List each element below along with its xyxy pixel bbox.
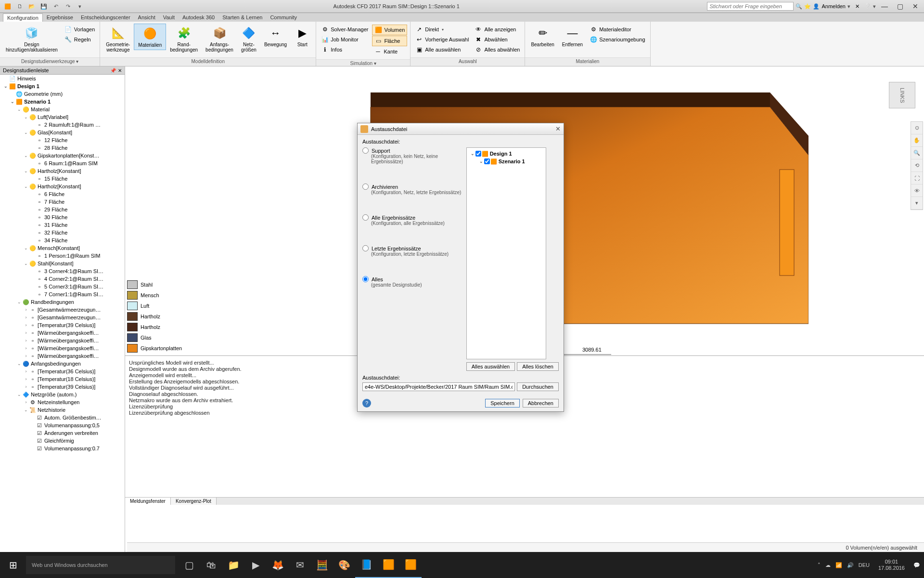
clock[interactable]: 09:01 17.08.2016 — [874, 559, 909, 571]
menu-ergebnisse[interactable]: Ergebnisse — [43, 13, 77, 21]
tree-item[interactable]: ▫7 Fläche — [0, 198, 125, 206]
ribbon-anfangs-bedingungen[interactable]: 📦Anfangs-bedingungen — [202, 24, 237, 54]
radio-archivieren[interactable]: Archivieren — [362, 184, 462, 190]
ribbon-vorherige-auswahl[interactable]: ↩Vorherige Auswahl — [413, 35, 471, 44]
save-button[interactable]: Speichern — [485, 399, 520, 407]
tree-item[interactable]: ›▫[Temperatur(18 Celsius)] — [0, 375, 125, 383]
tree-item[interactable]: ▫7 Corner1:1@Raum SI… — [0, 290, 125, 298]
tree-item[interactable]: ▫30 Fläche — [0, 213, 125, 221]
app1-icon[interactable]: 🎨 — [333, 552, 355, 578]
tree-item[interactable]: ⌄🟡Luft[Variabel] — [0, 113, 125, 121]
radio-alles[interactable]: Alles — [362, 276, 462, 282]
tree-item[interactable]: ☑Gleichförmig — [0, 437, 125, 445]
tree-item[interactable]: ⌄🟡Glas[Konstant] — [0, 129, 125, 136]
tree-item[interactable]: ›▫[Temperatur(36 Celsius)] — [0, 368, 125, 375]
tree-item[interactable]: 📄Hinweis — [0, 75, 125, 82]
view-cube[interactable]: LINKS — [889, 82, 915, 108]
select-all-button[interactable]: Alles auswählen — [466, 362, 515, 371]
radio-alle ergebnissätze[interactable]: Alle Ergebnissätze — [362, 214, 462, 221]
tree-item[interactable]: ☑Volumenanpassung:0.7 — [0, 445, 125, 452]
tree-item[interactable]: ⌄🟡Gipskartonplatten[Konst… — [0, 152, 125, 159]
qat-new-icon[interactable]: 🗋 — [14, 1, 26, 12]
ribbon-fl-che[interactable]: ▭Fläche — [372, 36, 407, 46]
onedrive-icon[interactable]: ☁ — [825, 562, 831, 568]
menu-entscheidungscenter[interactable]: Entscheidungscenter — [77, 13, 134, 21]
tree-item[interactable]: ▫6 Fläche — [0, 190, 125, 198]
minimize-button[interactable]: — — [878, 1, 891, 12]
tree-item[interactable]: ▫34 Fläche — [0, 236, 125, 244]
dlg-tree-item[interactable]: ⌄ 🟧Design 1 — [469, 150, 544, 158]
ribbon-materialeditor[interactable]: ⚙Materialeditor — [588, 25, 647, 34]
ribbon-rand-bedingungen[interactable]: 🧩Rand-bedingungen — [166, 24, 202, 54]
tree-item[interactable]: ›▫[Wärmeübergangskoeffi… — [0, 337, 125, 344]
tree-item[interactable]: ▫29 Fläche — [0, 206, 125, 213]
tree-item[interactable]: ›▫[Temperatur(39 Celsius)] — [0, 321, 125, 329]
menu-starten & lernen[interactable]: Starten & Lernen — [218, 13, 266, 21]
qat-open-icon[interactable]: 📂 — [26, 1, 38, 12]
tree-item[interactable]: ⌄🔷Netzgröße (autom.) — [0, 391, 125, 398]
tree-item[interactable]: ☑Änderungen verbreiten — [0, 429, 125, 437]
tree-item[interactable]: ⌄🟧Szenario 1 — [0, 98, 125, 105]
tree-item[interactable]: ⌄🟧Design 1 — [0, 82, 125, 90]
pin-icon[interactable]: 📌 — [110, 68, 116, 73]
comm-icon[interactable]: ⭐ — [804, 3, 811, 10]
firefox-icon[interactable]: 🦊 — [267, 552, 289, 578]
file-path-input[interactable] — [362, 382, 515, 391]
tree-item[interactable]: ⌄🟡Mensch[Konstant] — [0, 244, 125, 252]
design-selection-tree[interactable]: ⌄ 🟧Design 1⌄ 🟧Szenario 1 — [466, 147, 546, 359]
tree-item[interactable]: ▫6 Raum:1@Raum SIM — [0, 159, 125, 167]
orbit-icon[interactable]: ⟲ — [911, 159, 923, 172]
close-button[interactable]: ✕ — [909, 1, 922, 12]
tree-item[interactable]: ▫5 Corner3:1@Raum SI… — [0, 283, 125, 290]
ribbon-solver-manager[interactable]: ⚙Solver-Manager — [319, 25, 370, 34]
tree-item[interactable]: ▫2 Raumluft:1@Raum … — [0, 121, 125, 129]
ribbon-geometrie-werkzeuge[interactable]: 📐Geometrie-werkzeuge — [102, 24, 134, 54]
task-view-icon[interactable]: ▢ — [178, 552, 200, 578]
ribbon-alles-abw-hlen[interactable]: ⊘Alles abwählen — [473, 45, 522, 54]
tree-item[interactable]: ›▫[Temperatur(39 Celsius)] — [0, 383, 125, 391]
ribbon-infos[interactable]: ℹInfos — [319, 45, 370, 54]
qat-undo-icon[interactable]: ↶ — [50, 1, 62, 12]
search-icon[interactable]: 🔍 — [796, 3, 802, 10]
dialog-close-button[interactable]: ✕ — [555, 125, 561, 132]
ribbon-start[interactable]: ▶Start — [291, 24, 314, 49]
look-icon[interactable]: 👁 — [911, 184, 923, 197]
delete-all-button[interactable]: Alles löschen — [517, 362, 559, 371]
tree-item[interactable]: ›▫[Wärmeübergangskoeffi… — [0, 344, 125, 352]
ribbon-direkt[interactable]: ↗Direkt▾ — [413, 25, 471, 34]
tree-item[interactable]: ☑Volumenanpassung:0,5 — [0, 421, 125, 429]
cancel-button[interactable]: Abbrechen — [523, 399, 559, 407]
cortana-search[interactable]: Web und Windows durchsuchen — [26, 556, 175, 574]
ribbon-job-monitor[interactable]: 📊Job Monitor — [319, 35, 370, 44]
word-icon[interactable]: 📘 — [355, 552, 377, 578]
ribbon-alle-anzeigen[interactable]: 👁Alle anzeigen — [473, 25, 522, 34]
tree-item[interactable]: ▫31 Fläche — [0, 221, 125, 229]
menu-ansicht[interactable]: Ansicht — [134, 13, 159, 21]
help-icon[interactable]: ❔ — [864, 3, 871, 10]
tree-item[interactable]: 🌐Geometrie (mm) — [0, 90, 125, 98]
pan-icon[interactable]: ✋ — [911, 134, 923, 147]
ribbon-alle-ausw-hlen[interactable]: ▣Alle auswählen — [413, 45, 471, 54]
explorer-icon[interactable]: 📁 — [222, 552, 244, 578]
tree-item[interactable]: ▫4 Corner2:1@Raum SI… — [0, 275, 125, 283]
qat-redo-icon[interactable]: ↷ — [62, 1, 74, 12]
tree-item[interactable]: ⌄🟡Material — [0, 105, 125, 113]
tree-item[interactable]: ▫12 Fläche — [0, 136, 125, 144]
notifications-icon[interactable]: 💬 — [913, 562, 920, 568]
ribbon-netz-gr-en[interactable]: 🔷Netz-größen — [237, 24, 260, 54]
tree-item[interactable]: ▫32 Fläche — [0, 229, 125, 236]
tree-item[interactable]: ›▫[Wärmeübergangskoeffi… — [0, 352, 125, 360]
more-nav-icon[interactable]: ▾ — [911, 197, 923, 210]
lang-indicator[interactable]: DEU — [859, 562, 870, 568]
media-icon[interactable]: ▶ — [244, 552, 267, 578]
tree-item[interactable]: ›▫[Gesamtwärmeerzeugun… — [0, 314, 125, 321]
radio-support[interactable]: Support — [362, 147, 462, 154]
ribbon-entfernen[interactable]: —Entfernen — [558, 24, 587, 49]
calc-icon[interactable]: 🧮 — [311, 552, 333, 578]
tree-item[interactable]: ⌄🟡Hartholz[Konstant] — [0, 167, 125, 175]
browse-button[interactable]: Durchsuchen — [517, 382, 559, 391]
tree-item[interactable]: ›▫[Wärmeübergangskoeffi… — [0, 329, 125, 337]
start-button[interactable]: ⊞ — [0, 552, 26, 578]
tree-item[interactable]: ☑Autom. Größenbestim… — [0, 414, 125, 421]
ribbon-regeln[interactable]: 🔧Regeln — [63, 35, 97, 44]
